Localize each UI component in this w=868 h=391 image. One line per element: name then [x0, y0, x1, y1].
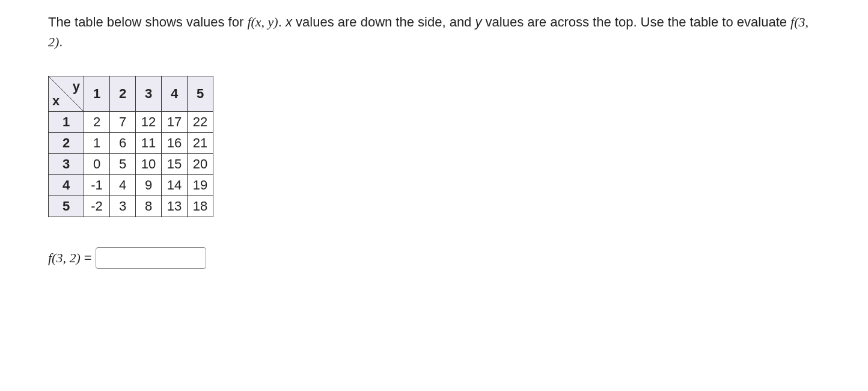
corner-y-label: y — [73, 79, 80, 94]
x-header: 4 — [49, 175, 84, 196]
cell: 4 — [110, 175, 136, 196]
cell: 12 — [136, 112, 162, 133]
cell: -2 — [84, 196, 110, 217]
cell: 19 — [188, 175, 213, 196]
prompt-text-1: The table below shows values for — [48, 14, 247, 29]
cell: 14 — [162, 175, 188, 196]
x-header: 1 — [49, 112, 84, 133]
prompt-text-4: values are across the top. Use the table… — [481, 14, 790, 29]
prompt-text-2: . — [278, 14, 286, 29]
cell: 11 — [136, 133, 162, 154]
cell: 16 — [162, 133, 188, 154]
cell: 6 — [110, 133, 136, 154]
answer-input[interactable] — [96, 247, 206, 269]
function-table: y x 1 2 3 4 5 1 2 7 12 17 22 2 1 6 11 16… — [48, 76, 213, 217]
cell: 5 — [110, 154, 136, 175]
answer-row: f(3, 2) = — [48, 247, 820, 269]
cell: 0 — [84, 154, 110, 175]
cell: 17 — [162, 112, 188, 133]
y-header: 4 — [162, 76, 188, 112]
table-row: 3 0 5 10 15 20 — [49, 154, 213, 175]
y-header: 3 — [136, 76, 162, 112]
math-fxy: f(x, y) — [247, 14, 278, 29]
y-header: 5 — [188, 76, 213, 112]
corner-x-label: x — [52, 93, 60, 109]
var-y: y — [475, 14, 481, 29]
cell: 21 — [188, 133, 213, 154]
table-row: 2 1 6 11 16 21 — [49, 133, 213, 154]
y-header: 2 — [110, 76, 136, 112]
table-row: 4 -1 4 9 14 19 — [49, 175, 213, 196]
table-corner-cell: y x — [49, 76, 84, 112]
cell: 15 — [162, 154, 188, 175]
cell: 20 — [188, 154, 213, 175]
x-header: 5 — [49, 196, 84, 217]
cell: 7 — [110, 112, 136, 133]
cell: 2 — [84, 112, 110, 133]
cell: 13 — [162, 196, 188, 217]
y-header: 1 — [84, 76, 110, 112]
table-row: 1 2 7 12 17 22 — [49, 112, 213, 133]
answer-label: f(3, 2) — [48, 250, 81, 266]
answer-equals: = — [84, 250, 92, 266]
cell: 22 — [188, 112, 213, 133]
cell: 3 — [110, 196, 136, 217]
cell: 1 — [84, 133, 110, 154]
cell: 9 — [136, 175, 162, 196]
var-x: x — [286, 14, 292, 29]
cell: 8 — [136, 196, 162, 217]
table-row: 5 -2 3 8 13 18 — [49, 196, 213, 217]
cell: 18 — [188, 196, 213, 217]
x-header: 3 — [49, 154, 84, 175]
cell: -1 — [84, 175, 110, 196]
prompt-text-3: values are down the side, and — [292, 14, 475, 29]
x-header: 2 — [49, 133, 84, 154]
cell: 10 — [136, 154, 162, 175]
prompt-text-5: . — [59, 34, 63, 49]
question-prompt: The table below shows values for f(x, y)… — [48, 12, 820, 52]
